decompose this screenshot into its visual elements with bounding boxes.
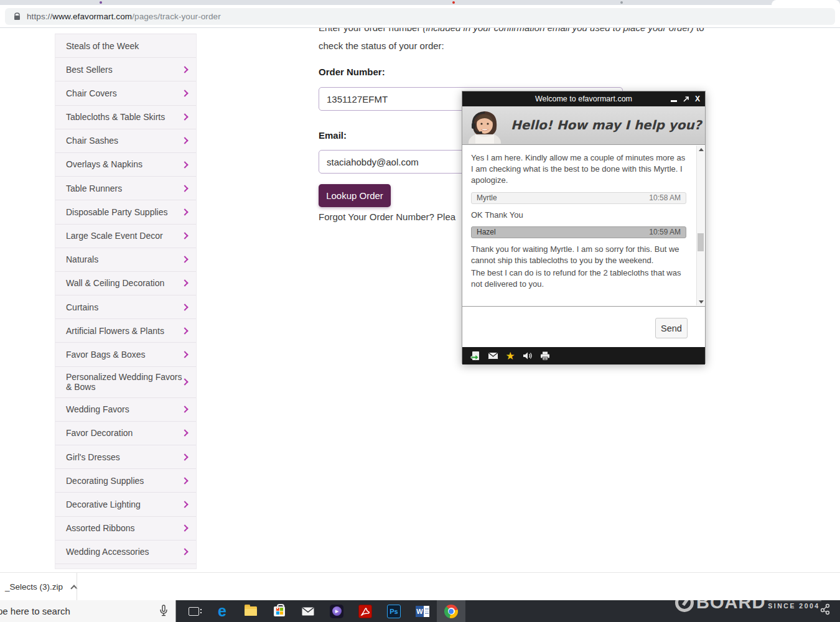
chat-header: Hello! How may I help you? [462,106,705,144]
print-icon[interactable] [539,350,551,361]
sidebar-item-label: Chair Sashes [66,136,118,146]
sidebar-item-label: Steals of the Week [66,41,139,51]
file-explorer-icon[interactable] [236,600,265,622]
address-bar[interactable]: https://www.efavormart.com/pages/track-y… [5,8,835,25]
chat-message-paragraph: Yes I am here. Kindly allow me a couple … [471,152,686,187]
scroll-up-icon[interactable] [697,146,705,153]
chevron-right-icon [181,524,188,531]
save-transcript-icon[interactable] [470,350,481,361]
chevron-right-icon [181,208,188,215]
sidebar-item-label: Naturals [66,254,98,264]
chat-agent-name: Myrtle [477,193,497,202]
mail-icon[interactable] [294,600,322,622]
sidebar-item[interactable]: Girl's Dresses [55,445,196,469]
sidebar-item[interactable]: Wall & Ceiling Decoration [55,272,196,295]
chat-window-controls: X [671,91,700,106]
chat-message-area: Yes I am here. Kindly allow me a couple … [462,144,705,307]
rating-star-icon[interactable]: ★ [505,350,516,361]
sidebar-item-label: Wedding Accessories [66,547,149,557]
acrobat-icon[interactable] [351,600,380,622]
scrollbar-thumb[interactable] [698,233,704,251]
chevron-right-icon [181,185,188,192]
active-tab[interactable] [772,0,840,5]
minimize-icon[interactable] [671,96,677,102]
store-icon[interactable] [265,600,294,622]
sidebar-item[interactable]: Chair Covers [55,81,196,105]
word-icon[interactable]: W [408,600,437,622]
forgot-order-text: Forgot Your Order Number? Plea [319,211,455,222]
sidebar-item[interactable]: Disposable Party Supplies [55,200,196,224]
chevron-right-icon [181,66,188,73]
sidebar-item[interactable]: Curtains [55,295,196,319]
sidebar-item-label: Girl's Dresses [66,452,120,462]
sidebar-item-label: Decorative Lighting [66,499,141,509]
email-icon[interactable] [487,350,498,361]
scroll-down-icon[interactable] [697,298,705,305]
chat-titlebar[interactable]: Welcome to efavormart.com X [462,91,705,106]
sidebar-item[interactable]: Assorted Ribbons [55,517,196,541]
sidebar-item[interactable]: Large Scale Event Decor [55,225,196,248]
sidebar-item[interactable]: Wedding Accessories [55,541,196,564]
chat-message: Yes I am here. Kindly allow me a couple … [471,152,686,187]
chevron-right-icon [181,256,188,263]
chat-message-paragraph: The best I can do is to refund for the 2… [471,267,686,290]
sidebar-item-label: Assorted Ribbons [66,523,135,533]
intro-text-line2: check the status of your order: [319,40,444,51]
chevron-right-icon [181,378,188,385]
sidebar-item-label: Favor Bags & Boxes [66,350,146,360]
send-button[interactable]: Send [655,318,688,338]
sidebar-item-label: Wall & Ceiling Decoration [66,278,164,288]
sidebar-item[interactable]: Wedding Favors [55,398,196,422]
lookup-order-button[interactable]: Lookup Order [319,184,391,207]
sidebar-item[interactable]: Chair Sashes [55,129,196,153]
sidebar-item[interactable]: Decorating Supplies [55,469,196,493]
photoshop-icon[interactable]: Ps [380,600,408,622]
sidebar-item[interactable]: Overlays & Napkins [55,153,196,177]
sidebar-item[interactable]: Favor Decoration [55,422,196,445]
media-player-icon[interactable]: ▶ [322,600,351,622]
sidebar-item[interactable]: Naturals [55,248,196,272]
chat-message-paragraph: Thank you for waiting Myrtle. I am so so… [471,244,686,266]
sidebar-item-label: Best Sellers [66,65,113,75]
mic-icon[interactable] [159,605,168,620]
sidebar-item[interactable]: Best Sellers [55,58,196,81]
order-number-label: Order Number: [319,67,385,77]
sidebar-item-label: Table Runners [66,183,122,193]
email-label: Email: [319,130,347,141]
taskbar-search[interactable]: pe here to search [0,600,176,622]
sound-icon[interactable] [522,350,533,361]
sidebar-item[interactable]: Steals of the Week [55,34,196,58]
close-icon[interactable]: X [695,95,700,103]
sidebar-item-label: Overlays & Napkins [66,159,142,169]
download-item[interactable]: _Selects (3).zip [5,573,77,601]
sidebar-item[interactable]: Table Runners [55,177,196,200]
chat-messages: Yes I am here. Kindly allow me a couple … [471,152,686,290]
taskbar-icons: e▶PsW [179,600,465,622]
chat-greeting: Hello! How may I help you? [511,118,701,132]
sidebar-item-label: Favor Decoration [66,428,133,438]
chevron-right-icon [181,113,188,120]
chevron-right-icon [181,549,188,555]
browser-toolbar: https://www.efavormart.com/pages/track-y… [0,5,840,28]
chrome-icon[interactable] [437,600,465,622]
windows-taskbar: pe here to search e▶PsW [0,600,840,622]
popout-icon[interactable] [683,96,689,103]
chat-message-meta: Myrtle10:58 AM [471,192,686,204]
download-filename: _Selects (3).zip [5,582,63,592]
task-view-icon[interactable] [179,600,208,622]
chat-input-area[interactable]: Send [462,307,705,347]
edge-icon[interactable]: e [208,600,236,622]
sidebar-item-label: Artificial Flowers & Plants [66,326,164,336]
sidebar-item[interactable]: Decorative Lighting [55,493,196,516]
sidebar-item[interactable]: Tablecloths & Table Skirts [55,106,196,129]
sidebar-item[interactable]: Favor Bags & Boxes [55,343,196,366]
chat-widget: Welcome to efavormart.com X [462,91,706,364]
sidebar-item[interactable]: Personalized Wedding Favors & Bows [55,367,196,398]
chevron-right-icon [181,161,188,168]
sidebar-item-label: Chair Covers [66,88,117,98]
chat-message-meta: Hazel10:59 AM [471,226,686,238]
chat-scrollbar[interactable] [696,146,704,305]
tab-favicon-dot [620,1,623,4]
sidebar-item-label: Large Scale Event Decor [66,231,163,241]
sidebar-item[interactable]: Artificial Flowers & Plants [55,319,196,343]
